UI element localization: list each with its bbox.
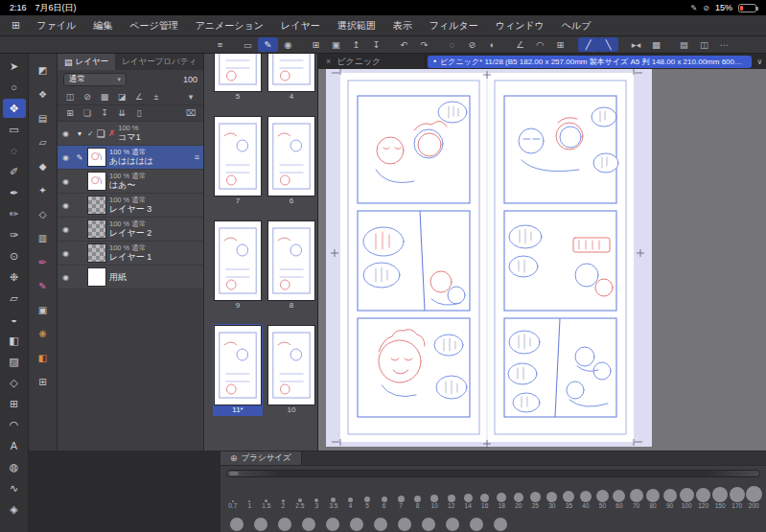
lock-layer-icon[interactable]: ⊘ [80, 92, 95, 102]
brush-size-3.5[interactable]: 3.5 [325, 480, 342, 509]
layer-row[interactable]: ◉▾✓❏✗100 %コマ1 [58, 122, 203, 146]
new-page-icon[interactable]: ⊞ [306, 37, 326, 52]
tone-pattern-icon[interactable]: ▤ [32, 107, 55, 129]
line-correction-tool[interactable]: ∿ [3, 478, 26, 497]
active-document-tab[interactable]: • ピクニック* 11/28 (B5 182.00 x 257.00mm 製本サ… [428, 56, 752, 68]
layer-menu-icon[interactable]: ≡ [195, 152, 199, 162]
fill-tool[interactable]: ◧ [3, 331, 26, 350]
brush-size-30[interactable]: 30 [544, 480, 561, 509]
gradient-tool[interactable]: ▨ [3, 352, 26, 371]
navigator-icon[interactable]: ◆ [32, 155, 55, 177]
menu-item-7[interactable]: フィルター [421, 16, 487, 35]
new-layer-icon[interactable]: ⊞ [62, 108, 78, 118]
export-icon[interactable]: ↥ [346, 37, 366, 52]
menu-item-0[interactable]: ファイル [28, 16, 84, 35]
zoom-tool[interactable]: ○ [3, 78, 26, 97]
lock-transparent-pixels-icon[interactable]: ▩ [97, 92, 112, 102]
brush-size-8[interactable]: 8 [409, 480, 427, 509]
document-tab[interactable]: × ピクニック [318, 54, 426, 69]
subtool-droplet-icon[interactable]: ❖ [32, 83, 55, 105]
eye-icon[interactable]: ◉ [59, 225, 72, 234]
menu-item-8[interactable]: ウィンドウ [487, 16, 553, 35]
pink-pencil-icon[interactable]: ✏ [32, 251, 55, 273]
marquee-mode-icon[interactable]: ▭ [238, 37, 258, 52]
opacity-value[interactable]: 100 [183, 75, 197, 84]
brush-size-16[interactable]: 16 [476, 480, 494, 509]
quick-access-icon[interactable]: ✦ [32, 179, 55, 201]
color-set-icon[interactable]: ❋ [32, 323, 55, 345]
delete-layer-icon[interactable]: ⌧ [183, 108, 198, 118]
brush-size-50[interactable]: 50 [594, 480, 612, 509]
brush-size-2[interactable]: 2 [275, 480, 292, 509]
new-folder-icon[interactable]: ❏ [80, 108, 95, 118]
brush-size-35[interactable]: 35 [561, 480, 578, 509]
eye-icon[interactable]: ◉ [59, 201, 72, 210]
brush-size-2000[interactable]: 2000 [464, 511, 488, 532]
set-ruler-icon[interactable]: ∠ [131, 92, 147, 102]
decoration-tool[interactable]: ❉ [3, 267, 26, 287]
workspace-grid-icon[interactable]: ⊞ [4, 19, 28, 32]
selection-tool[interactable]: ▭ [3, 120, 26, 139]
main-menu-icon[interactable]: ≡ [210, 37, 230, 52]
page-thumb-10[interactable]: 10 [267, 324, 316, 416]
airbrush-tool[interactable]: ⊙ [3, 246, 26, 266]
brush-size-tab[interactable]: ⊕ ブラシサイズ [221, 451, 302, 465]
brush-size-800[interactable]: 800 [368, 511, 392, 532]
brush-size-120[interactable]: 120 [695, 480, 712, 509]
material-folder-icon[interactable]: ▱ [32, 131, 55, 153]
grid-icon[interactable]: ▦ [646, 37, 666, 52]
touch-mode-icon[interactable]: ◉ [278, 37, 298, 52]
import-icon[interactable]: ↧ [366, 37, 386, 52]
invert-selection-icon[interactable]: ◐ [482, 37, 502, 52]
merge-down-icon[interactable]: ⇊ [114, 108, 129, 118]
brush-size-1500[interactable]: 1500 [440, 511, 464, 532]
brush-size-40[interactable]: 40 [577, 480, 594, 509]
brush-size-0.7[interactable]: 0.7 [224, 480, 242, 509]
blend-mode-select[interactable]: 通常 ▾ [63, 73, 127, 86]
brush-size-slider[interactable] [226, 470, 760, 477]
blend-tool[interactable]: ◒ [3, 310, 26, 329]
grid-snap-icon[interactable]: ⊞ [550, 37, 570, 52]
deselect-icon[interactable]: ⊘ [462, 37, 482, 52]
brush-size-5[interactable]: 5 [359, 480, 376, 509]
eyedropper-tool[interactable]: ✐ [3, 162, 26, 181]
brush-size-100[interactable]: 100 [678, 480, 695, 509]
redo-icon[interactable]: ↷ [414, 37, 434, 52]
brush-size-1200[interactable]: 1200 [416, 511, 440, 532]
ruler-snap-icon[interactable]: ∠ [510, 37, 530, 52]
brush-size-3[interactable]: 3 [309, 480, 326, 509]
brush-size-250[interactable]: 250 [224, 511, 248, 532]
brush-size-25[interactable]: 25 [527, 480, 545, 509]
menu-item-3[interactable]: アニメーション [187, 16, 272, 35]
page-thumb-9[interactable]: 9 [213, 220, 263, 312]
grid-box-icon[interactable]: ⊞ [32, 371, 55, 393]
sub-view-tool[interactable]: ◈ [3, 499, 26, 519]
operation-tool[interactable]: ➤ [3, 57, 26, 76]
page-thumb-11[interactable]: 11* [213, 324, 263, 416]
brush-size-6[interactable]: 6 [376, 480, 393, 509]
color-mix-icon[interactable]: ◩ [32, 59, 55, 81]
new-mask-icon[interactable]: ▯ [131, 108, 147, 118]
orange-marker-icon[interactable]: ◧ [32, 347, 55, 369]
undo-icon[interactable]: ↶ [394, 37, 414, 52]
eraser-tool[interactable]: ▱ [3, 289, 26, 308]
slider-handle[interactable] [229, 472, 239, 475]
lasso-tool[interactable]: ◌ [3, 141, 26, 160]
curve-snap-icon[interactable]: ◠ [530, 37, 550, 52]
brush-size-20[interactable]: 20 [510, 480, 527, 509]
brush-size-4[interactable]: 4 [342, 480, 360, 509]
tab-layer[interactable]: ▤ レイヤー [58, 54, 115, 70]
palette-menu-icon[interactable]: ▾ [183, 92, 198, 102]
brush-size-2.5[interactable]: 2.5 [291, 480, 309, 509]
select-area-icon[interactable]: ◌ [442, 37, 462, 52]
eye-icon[interactable]: ◉ [59, 129, 72, 138]
brush-size-400[interactable]: 400 [272, 511, 296, 532]
pattern-box-icon[interactable]: ▣ [32, 299, 55, 321]
pen-tool[interactable]: ✒ [3, 183, 26, 202]
clip-at-layer-icon[interactable]: ◫ [62, 92, 78, 102]
layer-row[interactable]: ◉100 % 通常はあ〜 [58, 170, 203, 194]
balloon-tool[interactable]: ◍ [3, 457, 26, 476]
eye-icon[interactable]: ◉ [59, 273, 72, 282]
layer-row[interactable]: ◉✎100 % 通常あはははは≡ [58, 146, 203, 170]
brush-tool[interactable]: ✑ [3, 225, 26, 244]
